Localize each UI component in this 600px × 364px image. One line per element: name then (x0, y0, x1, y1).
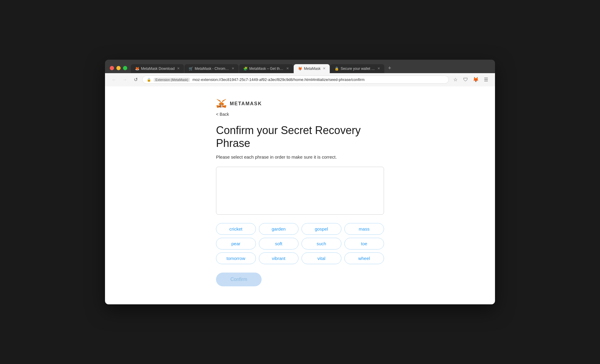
tab-label-3: MetaMask – Get this Extension... (249, 67, 284, 71)
page-title: Confirm your Secret Recovery Phrase (216, 124, 384, 150)
menu-icon[interactable]: ☰ (482, 76, 490, 84)
bookmark-icon[interactable]: ☆ (451, 76, 460, 84)
tab-favicon-2: 🛒 (189, 67, 193, 71)
tab-favicon-1: 🦊 (135, 67, 139, 71)
tab-favicon-5: 🔒 (334, 67, 339, 71)
extension-badge: Extension (MetaMask) (154, 78, 190, 82)
tab-get-extension[interactable]: 🧩 MetaMask – Get this Extension... ✕ (239, 64, 293, 73)
tab-secure-wallet[interactable]: 🔒 Secure your wallet Before getti... ✕ (330, 64, 384, 73)
tabs-row: 🦊 MetaMask Download ✕ 🛒 MetaMask - Chrom… (131, 63, 490, 73)
close-button[interactable] (110, 66, 114, 70)
tab-favicon-3: 🧩 (243, 67, 248, 71)
forward-nav-button[interactable]: → (121, 76, 129, 84)
word-chip-vibrant[interactable]: vibrant (259, 252, 299, 264)
phrase-dropzone[interactable] (216, 167, 384, 215)
word-chip-garden[interactable]: garden (259, 223, 299, 235)
toolbar: ← → ↺ 🔒 Extension (MetaMask) moz-extensi… (105, 73, 495, 86)
tab-close-1[interactable]: ✕ (177, 67, 180, 70)
tab-label-2: MetaMask - Chrome Web Store (195, 67, 229, 71)
tab-close-2[interactable]: ✕ (232, 67, 234, 70)
word-chip-mass[interactable]: mass (344, 223, 384, 235)
minimize-button[interactable] (116, 66, 121, 70)
tab-close-5[interactable]: ✕ (377, 67, 380, 70)
word-grid: cricket garden gospel mass pear soft suc… (216, 223, 384, 264)
word-chip-wheel[interactable]: wheel (344, 252, 384, 264)
word-chip-pear[interactable]: pear (216, 238, 256, 249)
metamask-toolbar-icon[interactable]: 🦊 (472, 76, 480, 84)
word-chip-soft[interactable]: soft (259, 238, 299, 249)
security-icon: 🔒 (147, 78, 151, 82)
page-inner: METAMASK < Back Confirm your Secret Reco… (210, 98, 390, 286)
word-chip-such[interactable]: such (302, 238, 341, 249)
shield-icon[interactable]: 🛡 (461, 76, 470, 84)
window-controls (110, 66, 127, 70)
title-bar: 🦊 MetaMask Download ✕ 🛒 MetaMask - Chrom… (105, 60, 495, 73)
address-bar[interactable]: 🔒 Extension (MetaMask) moz-extension://3… (142, 76, 449, 84)
back-nav-button[interactable]: ← (110, 76, 118, 84)
url-text: moz-extension://3ec81947-25c7-1449-af92-… (192, 77, 444, 82)
tab-close-3[interactable]: ✕ (286, 67, 289, 70)
back-link[interactable]: < Back (216, 112, 229, 117)
page-subtitle: Please select each phrase in order to ma… (216, 154, 384, 160)
word-chip-tomorrow[interactable]: tomorrow (216, 252, 256, 264)
brand: METAMASK (216, 98, 384, 109)
metamask-logo (216, 98, 227, 109)
brand-name: METAMASK (230, 101, 262, 106)
tab-label-5: Secure your wallet Before getti... (340, 67, 375, 71)
tab-favicon-4: 🦊 (298, 67, 302, 71)
word-chip-toe[interactable]: toe (344, 238, 384, 249)
maximize-button[interactable] (123, 66, 127, 70)
tab-metamask-active[interactable]: 🦊 MetaMask ✕ (294, 64, 330, 73)
word-chip-cricket[interactable]: cricket (216, 223, 256, 235)
tab-label-4: MetaMask (304, 67, 320, 71)
tab-metamask-download[interactable]: 🦊 MetaMask Download ✕ (131, 64, 184, 73)
page-content: METAMASK < Back Confirm your Secret Reco… (105, 86, 495, 304)
browser-window: 🦊 MetaMask Download ✕ 🛒 MetaMask - Chrom… (105, 60, 495, 304)
word-chip-vital[interactable]: vital (302, 252, 341, 264)
refresh-button[interactable]: ↺ (131, 76, 140, 84)
confirm-button[interactable]: Confirm (216, 273, 262, 286)
toolbar-right: ☆ 🛡 🦊 ☰ (451, 76, 490, 84)
word-chip-gospel[interactable]: gospel (302, 223, 341, 235)
tab-label-1: MetaMask Download (141, 67, 175, 71)
tab-close-4[interactable]: ✕ (323, 67, 326, 70)
new-tab-button[interactable]: + (385, 63, 394, 73)
tab-chrome-web-store[interactable]: 🛒 MetaMask - Chrome Web Store ✕ (184, 64, 238, 73)
